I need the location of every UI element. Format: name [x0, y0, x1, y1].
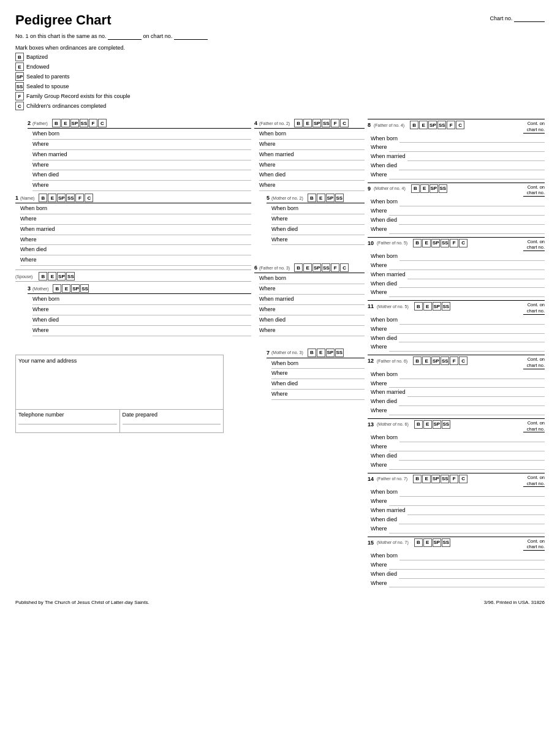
p13-boxes: BESPSS [414, 420, 450, 429]
person-1-block: 1 (Name) BESPSSFC When born Where When m… [15, 194, 251, 282]
p15-num: 15 [368, 540, 374, 546]
box-f: F [15, 92, 24, 100]
legend-ss-label: Sealed to spouse [26, 83, 69, 89]
spouse-sublabel: (Spouse) [15, 274, 32, 279]
person-4-fields: When born Where When married Where When … [254, 129, 365, 191]
footer-right: 3/96. Printed in USA. 31826 [484, 600, 545, 605]
person-1-fields: When born Where When married Where When … [15, 204, 251, 266]
p1-where-died: Where [20, 255, 251, 266]
p2-when-married: When married [32, 150, 251, 160]
p3-when-died: When died [32, 315, 251, 326]
person-4-boxes: BESPSSFC [294, 119, 349, 127]
person-5-fields: When born Where When died Where [267, 204, 365, 245]
person-5-boxes: BESPSS [308, 194, 344, 202]
person-13-block: 13 (Mother of no. 6) BESPSS Cont. onchar… [368, 418, 545, 470]
person-1-boxes: BESPSSFC [39, 194, 93, 202]
p14-fields: When born Where When married When died W… [368, 488, 545, 533]
p3-where-born: Where [32, 305, 251, 315]
p14-boxes: BESPSSFC [413, 475, 467, 483]
person-2-block: 2 (Father) BESPSSFC When born Where When… [28, 119, 251, 191]
p11-num: 11 [368, 303, 374, 309]
p9-cont: Cont. onchart no. [523, 184, 545, 197]
p11-sublabel: (Mother of no. 5) [377, 304, 409, 309]
person-2-sublabel: (Father) [32, 121, 48, 126]
person-2-fields: When born Where When married Where When … [28, 129, 251, 191]
date-field[interactable]: Date prepared [120, 410, 224, 432]
person-10-left: 10 (Father of no. 5) BESPSSFC [368, 239, 467, 247]
person-9-top: 9 (Mother of no. 4) BESPSS Cont. onchart… [368, 184, 545, 197]
legend-family-group: F Family Group Record exists for this co… [15, 92, 545, 100]
intro-section: No. 1 on this chart is the same as no. o… [15, 33, 545, 40]
p10-fields: When born Where When married When died W… [368, 252, 545, 297]
person-2-boxes: BESPSSFC [52, 119, 107, 127]
p8-cont: Cont. onchart no. [523, 121, 545, 134]
person-3-block: 3 (Mother) BESPSS When born Where When d… [28, 284, 251, 336]
legend-endowed: E Endowed [15, 62, 545, 71]
person-4-sublabel: (Father of no. 2) [259, 121, 290, 126]
footer-left: Published by The Church of Jesus Christ … [15, 600, 149, 605]
person-4: 4 (Father of no. 2) BESPSSFC When born W… [254, 119, 365, 191]
p10-sublabel: (Father of no. 5) [377, 241, 407, 245]
person-1-sublabel: (Name) [20, 196, 34, 200]
person-12-top: 12 (Father of no. 6) BESPSSFC Cont. onch… [368, 356, 545, 369]
pedigree-layout: 2 (Father) BESPSSFC When born Where When… [15, 119, 545, 590]
legend-section: Mark boxes when ordinances are completed… [15, 45, 545, 110]
person-8-left: 8 (Father of no. 4) BESPSSFC [368, 121, 464, 129]
person-1-header: 1 (Name) BESPSSFC [15, 194, 251, 203]
person-10-top: 10 (Father of no. 5) BESPSSFC Cont. onch… [368, 239, 545, 252]
left-pedigree: 2 (Father) BESPSSFC When born Where When… [15, 119, 254, 590]
p13-sublabel: (Mother of no. 6) [377, 422, 409, 426]
p9-sublabel: (Mother of no. 4) [374, 186, 406, 190]
person-5-header: 5 (Mother of no. 2) BESPSS [267, 194, 365, 203]
p11-fields: When born Where When died Where [368, 315, 545, 352]
chart-no-value[interactable] [514, 15, 545, 22]
telephone-label: Telephone number [18, 412, 117, 418]
p1-when-died: When died [20, 245, 251, 255]
person-3-boxes: BESPSS [53, 284, 89, 293]
person-11-block: 11 (Mother of no. 5) BESPSS Cont. onchar… [368, 300, 545, 352]
page-header: Pedigree Chart Chart no. [15, 12, 545, 28]
footer: Published by The Church of Jesus Christ … [15, 600, 545, 605]
p3-when-born: When born [32, 295, 251, 305]
person-6: 6 (Father of no. 3) BESPSSFC When born W… [254, 263, 365, 336]
p13-num: 13 [368, 421, 374, 428]
person-7-block: 7 (Mother of no. 3) BESPSS When born Whe… [267, 349, 365, 400]
p1-where-born: Where [20, 214, 251, 225]
intro-middle: on chart no. [143, 33, 173, 39]
p11-cont: Cont. onchart no. [523, 302, 545, 315]
p14-sublabel: (Father of no. 7) [377, 477, 407, 481]
person-5-num: 5 [267, 195, 270, 201]
p12-num: 12 [368, 358, 374, 364]
person-3-num: 3 [28, 285, 31, 292]
p12-cont: Cont. onchart no. [523, 356, 545, 369]
person-2: 2 (Father) BESPSSFC When born Where When… [28, 119, 251, 191]
person-14-top: 14 (Father of no. 7) BESPSSFC Cont. onch… [368, 475, 545, 488]
p3-where-died: Where [32, 326, 251, 336]
p10-num: 10 [368, 240, 374, 246]
person-7: 7 (Mother of no. 3) BESPSS When born Whe… [267, 349, 365, 400]
p8-fields: When born Where When married When died W… [368, 134, 545, 179]
person-7-fields: When born Where When died Where [267, 359, 365, 400]
person-10-block: 10 (Father of no. 5) BESPSSFC Cont. onch… [368, 237, 545, 298]
p13-fields: When born Where When died Where [368, 433, 545, 469]
box-e: E [15, 62, 24, 71]
box-c: C [15, 102, 24, 110]
p14-cont: Cont. onchart no. [523, 475, 545, 488]
person-15-top: 15 (Mother of no. 7) BESPSS Cont. onchar… [368, 538, 545, 551]
box-b: B [15, 53, 24, 61]
person-1: 1 (Name) BESPSSFC When born Where When m… [15, 194, 251, 266]
p2-when-born: When born [32, 129, 251, 140]
person-7-sublabel: (Mother of no. 3) [271, 350, 303, 355]
person-6-header: 6 (Father of no. 3) BESPSSFC [254, 263, 365, 273]
person-7-header: 7 (Mother of no. 3) BESPSS [267, 349, 365, 358]
legend-baptized-label: Baptized [26, 54, 48, 60]
address-box[interactable]: Your name and address [15, 355, 224, 410]
spouse-boxes: BESPSS [39, 272, 75, 281]
p1-where-married: Where [20, 235, 251, 246]
p2-where-married: Where [32, 160, 251, 171]
person-6-fields: When born Where When married Where When … [254, 274, 365, 336]
p14-num: 14 [368, 476, 374, 482]
telephone-field[interactable]: Telephone number [16, 410, 120, 432]
p15-boxes: BESPSS [414, 538, 450, 547]
chart-no-label: Chart no. [490, 15, 512, 21]
